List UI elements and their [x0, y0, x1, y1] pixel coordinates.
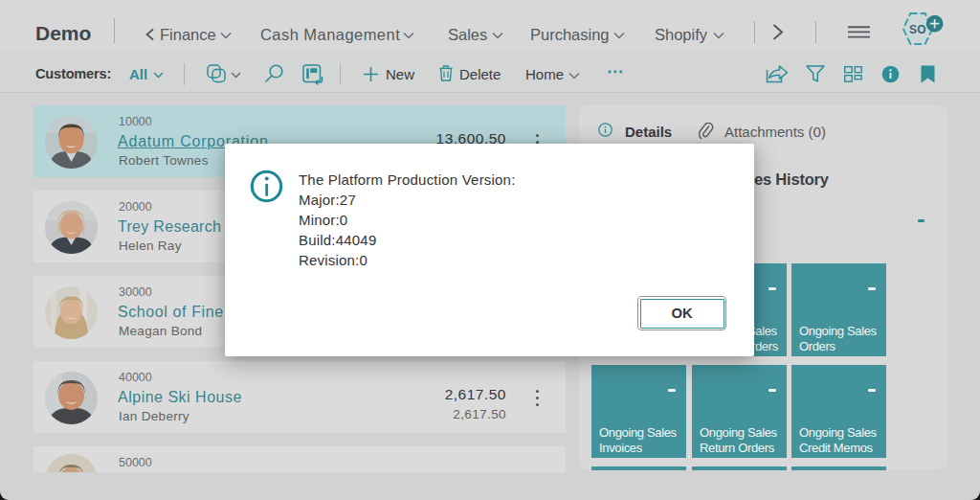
svg-text:SO: SO [909, 23, 926, 36]
